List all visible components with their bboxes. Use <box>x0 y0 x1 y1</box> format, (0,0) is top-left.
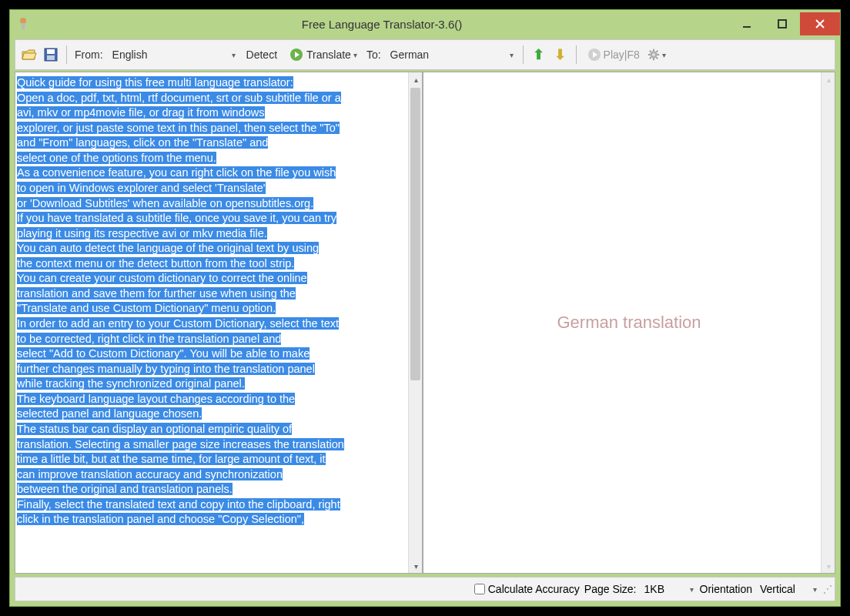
maximize-button[interactable] <box>765 12 800 35</box>
play-circle-icon <box>587 48 601 62</box>
chevron-down-icon: ▾ <box>353 51 357 59</box>
detect-button[interactable]: Detect <box>242 45 282 65</box>
svg-point-10 <box>652 53 655 56</box>
scrollbar-vertical[interactable]: ▴ ▾ <box>408 72 422 573</box>
settings-button[interactable]: ▾ <box>648 45 666 64</box>
scroll-down-icon[interactable]: ▾ <box>822 559 835 573</box>
to-language-select[interactable]: German <box>386 45 517 65</box>
to-label: To: <box>365 49 383 61</box>
target-placeholder: German translation <box>557 313 701 333</box>
checkbox-label: Calculate Accuracy <box>488 583 580 595</box>
separator <box>576 45 577 64</box>
save-button[interactable] <box>42 45 60 64</box>
scrollbar-vertical[interactable]: ▴ ▾ <box>821 72 835 573</box>
window-controls <box>729 12 840 35</box>
from-label: From: <box>73 49 105 61</box>
statusbar: Calculate Accuracy Page Size: 1KB Orient… <box>15 577 835 601</box>
svg-rect-2 <box>743 26 751 28</box>
app-icon <box>16 17 30 31</box>
separator <box>66 45 67 64</box>
svg-rect-1 <box>22 23 25 29</box>
orientation-value: Vertical <box>760 583 795 595</box>
page-size-value: 1KB <box>644 583 664 595</box>
svg-rect-6 <box>47 55 55 60</box>
minimize-button[interactable] <box>729 12 765 35</box>
scrollbar-thumb[interactable] <box>410 88 420 380</box>
svg-rect-3 <box>778 20 786 28</box>
separator <box>523 45 524 64</box>
resize-grip-icon[interactable]: ⋰ <box>823 584 832 594</box>
move-down-button[interactable]: ⬇ <box>551 45 570 64</box>
close-button[interactable] <box>800 12 840 35</box>
scroll-up-icon[interactable]: ▴ <box>409 72 423 86</box>
svg-line-17 <box>656 51 658 52</box>
svg-line-18 <box>650 58 651 59</box>
toolbar: From: English Detect Translate ▾ To: Ger… <box>15 39 835 70</box>
content-area: Quick guide for using this free multi la… <box>15 72 835 574</box>
open-file-button[interactable] <box>20 45 38 64</box>
detect-label: Detect <box>246 49 277 61</box>
scroll-down-icon[interactable]: ▾ <box>409 559 423 573</box>
window-title: Free Language Translator-3.6() <box>35 18 729 31</box>
orientation-label: Orientation <box>700 583 752 595</box>
play-button[interactable]: Play|F8 <box>583 45 644 65</box>
svg-rect-5 <box>47 49 55 54</box>
titlebar: Free Language Translator-3.6() <box>10 10 840 38</box>
source-text[interactable]: Quick guide for using this free multi la… <box>15 72 408 573</box>
svg-line-15 <box>650 51 651 52</box>
translate-label: Translate <box>306 49 351 61</box>
page-size-label: Page Size: <box>584 583 637 595</box>
from-language-value: English <box>112 49 148 61</box>
source-text-pane[interactable]: Quick guide for using this free multi la… <box>15 72 423 574</box>
orientation-select[interactable]: Vertical <box>757 583 818 595</box>
chevron-down-icon: ▾ <box>662 51 666 59</box>
translate-button[interactable]: Translate ▾ <box>285 45 362 65</box>
play-icon <box>289 48 303 62</box>
scroll-up-icon[interactable]: ▴ <box>822 72 835 86</box>
to-language-value: German <box>390 49 430 61</box>
calculate-accuracy-checkbox[interactable]: Calculate Accuracy <box>474 583 580 595</box>
checkbox-input[interactable] <box>474 584 485 594</box>
play-label: Play|F8 <box>604 49 640 61</box>
page-size-select[interactable]: 1KB <box>641 583 695 595</box>
app-window: Free Language Translator-3.6() <box>9 9 841 607</box>
move-up-button[interactable]: ⬆ <box>530 45 548 64</box>
svg-line-16 <box>656 58 658 59</box>
target-text-pane[interactable]: German translation ▴ ▾ <box>423 72 835 574</box>
svg-point-0 <box>20 18 26 24</box>
from-language-select[interactable]: English <box>108 45 239 65</box>
